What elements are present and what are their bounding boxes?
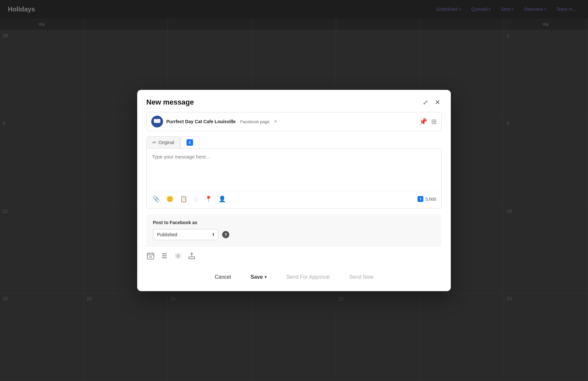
bottom-toolbar: 31 — [137, 246, 451, 267]
modal-header-icons: ⤢ ✕ — [421, 98, 442, 107]
gear-icon — [174, 252, 182, 259]
emoji-button[interactable]: 🙂 — [166, 195, 174, 203]
facebook-icon: f — [187, 139, 193, 146]
post-options: Post to Facebook as Published Draft Sche… — [146, 214, 442, 246]
modal-footer: Cancel Save ▾ Send For Approval Send Now — [137, 267, 451, 291]
svg-point-10 — [177, 255, 179, 257]
grid-icon[interactable]: ⊞ — [431, 118, 437, 125]
message-area: 📎 🙂 📋 ◇ 📍 👤 f 5,000 — [146, 148, 442, 209]
char-count: f 5,000 — [417, 196, 436, 202]
expand-icon: ⤢ — [423, 99, 428, 106]
send-now-button: Send Now — [343, 271, 380, 283]
location-button: 📍 — [204, 195, 213, 203]
modal-overlay: New message ⤢ ✕ Purrfect D — [0, 0, 588, 381]
attach-button[interactable]: 📎 — [152, 195, 160, 203]
pencil-icon: ✏ — [153, 140, 156, 145]
account-type: Facebook page — [240, 119, 270, 124]
tag-button: ◇ — [193, 195, 199, 203]
upload-button[interactable] — [188, 252, 196, 262]
tab-original[interactable]: ✏ Original — [146, 136, 180, 148]
schedule-button[interactable]: 31 — [146, 252, 155, 262]
modal-title: New message — [146, 98, 194, 107]
post-options-row: Published Draft Scheduled ⬍ ? — [153, 229, 435, 240]
close-icon: ✕ — [435, 99, 440, 106]
help-icon[interactable]: ? — [222, 231, 229, 238]
account-selector-right: 📌 ⊞ — [419, 118, 437, 125]
person-button: 👤 — [218, 195, 226, 203]
upload-icon — [188, 252, 195, 259]
modal-body: Purrfect Day Cat Cafe Louisville Faceboo… — [137, 112, 451, 246]
tab-facebook[interactable]: f — [180, 136, 199, 148]
svg-rect-11 — [189, 257, 195, 259]
account-name: Purrfect Day Cat Cafe Louisville — [166, 119, 236, 124]
tab-original-label: Original — [158, 140, 174, 145]
expand-button[interactable]: ⤢ — [421, 98, 430, 107]
pin-icon[interactable]: 📌 — [419, 118, 427, 125]
post-to-label: Post to Facebook as — [153, 220, 435, 225]
account-avatar — [151, 116, 163, 127]
tabs: ✏ Original f — [146, 136, 442, 148]
message-toolbar: 📎 🙂 📋 ◇ 📍 👤 f 5,000 — [152, 190, 436, 203]
save-dropdown-icon: ▾ — [265, 275, 267, 279]
send-for-approval-button: Send For Approval — [280, 271, 336, 283]
save-button[interactable]: Save ▾ — [244, 271, 273, 283]
cancel-button[interactable]: Cancel — [208, 271, 237, 283]
char-count-value: 5,000 — [425, 197, 436, 202]
message-textarea[interactable] — [152, 154, 436, 187]
list-button[interactable] — [160, 252, 169, 262]
modal-header: New message ⤢ ✕ — [137, 90, 451, 112]
close-button[interactable]: ✕ — [433, 98, 442, 107]
calendar-icon: 31 — [147, 252, 154, 259]
account-selector: Purrfect Day Cat Cafe Louisville Faceboo… — [146, 112, 442, 131]
account-remove-button[interactable]: × — [274, 119, 277, 124]
svg-text:31: 31 — [149, 256, 152, 258]
list-icon — [161, 252, 168, 259]
settings-button[interactable] — [174, 252, 182, 262]
content-button[interactable]: 📋 — [179, 195, 188, 203]
post-type-select-wrapper: Published Draft Scheduled ⬍ — [153, 229, 218, 240]
post-type-select[interactable]: Published Draft Scheduled — [153, 229, 218, 240]
new-message-modal: New message ⤢ ✕ Purrfect D — [137, 90, 451, 291]
fb-count-icon: f — [417, 196, 423, 202]
